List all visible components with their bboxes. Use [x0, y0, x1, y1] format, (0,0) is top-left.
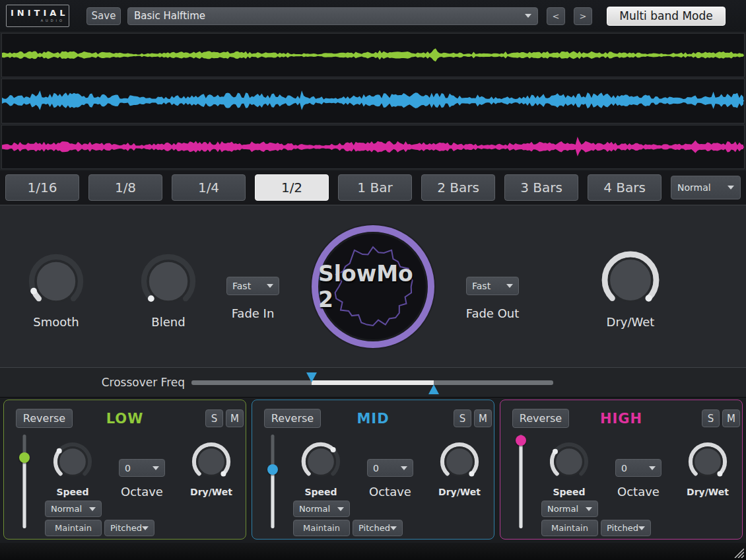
low-dry-wet-label: Dry/Wet — [172, 487, 251, 497]
logo-main-text: INITIAL — [11, 8, 65, 18]
high-speed-label: Speed — [529, 487, 609, 497]
waveform-lane-high — [1, 125, 745, 169]
prev-preset-button[interactable]: < — [547, 7, 565, 25]
high-dry-wet-knob[interactable] — [687, 441, 728, 485]
chevron-down-icon — [267, 284, 273, 288]
high-octave-select[interactable]: 0 — [615, 459, 661, 477]
mid-high-crossover-handle[interactable] — [428, 384, 439, 394]
division-button-1-16[interactable]: 1/16 — [5, 174, 79, 201]
fade-in-value: Fast — [232, 281, 251, 291]
smooth-knob[interactable] — [28, 254, 84, 312]
high-pitch-value: Pitched — [607, 523, 638, 533]
fade-out-label: Fade Out — [453, 306, 532, 320]
low-octave-value: 0 — [125, 463, 131, 473]
high-solo-button[interactable]: S — [702, 409, 720, 427]
low-mode-value: Normal — [51, 504, 82, 514]
high-level-slider[interactable] — [512, 435, 529, 528]
blend-control: Blend — [122, 254, 215, 329]
playback-mode-value: Normal — [677, 182, 711, 193]
chevron-down-icon — [728, 186, 734, 190]
low-mid-crossover-handle[interactable] — [306, 372, 317, 382]
resize-grip-icon[interactable] — [732, 546, 744, 558]
division-button-3-bars[interactable]: 3 Bars — [504, 174, 578, 201]
chevron-down-icon — [390, 526, 397, 530]
slowmo2-plugin-window: INITIAL AUDIO Save Basic Halftime < > Mu… — [0, 0, 746, 560]
smooth-label: Smooth — [10, 315, 102, 329]
high-octave-value: 0 — [621, 463, 627, 473]
fade-out-control: Fast Fade Out — [453, 277, 532, 320]
low-level-slider[interactable] — [16, 435, 33, 528]
mid-speed-knob[interactable] — [300, 441, 341, 485]
low-dry-wet-knob[interactable] — [191, 441, 232, 485]
high-mute-button[interactable]: M — [722, 409, 740, 427]
low-mute-button[interactable]: M — [226, 409, 244, 427]
waveform-lane-low — [1, 33, 745, 77]
chevron-down-icon — [638, 526, 645, 530]
high-maintain-button[interactable]: Maintain — [541, 520, 598, 536]
low-maintain-button[interactable]: Maintain — [45, 520, 102, 536]
waveform-lane-mid — [1, 79, 745, 123]
crossover-freq-label: Crossover Freq — [0, 368, 185, 397]
mid-mode-value: Normal — [299, 504, 330, 514]
mid-octave-select[interactable]: 0 — [367, 459, 413, 477]
band-panel-mid: Reverse MID S M Speed 0 Octave Dry/Wet N… — [252, 400, 494, 540]
dry-wet-knob[interactable] — [601, 251, 660, 312]
high-pitch-select[interactable]: Pitched — [601, 520, 651, 536]
blend-knob[interactable] — [141, 254, 196, 312]
division-button-1-8[interactable]: 1/8 — [88, 174, 162, 201]
fade-out-select[interactable]: Fast — [466, 277, 519, 295]
high-octave-label: Octave — [599, 485, 678, 499]
low-waveform-graphic — [2, 34, 744, 77]
next-preset-button[interactable]: > — [574, 7, 592, 25]
slowmo2-logo-text: SlowMo 2 — [318, 261, 428, 312]
mid-dry-wet-knob[interactable] — [439, 441, 480, 485]
division-button-2-bars[interactable]: 2 Bars — [421, 174, 495, 201]
low-octave-label: Octave — [102, 485, 182, 499]
chevron-down-icon — [586, 507, 592, 511]
high-mode-value: Normal — [547, 504, 578, 514]
chevron-down-icon — [525, 14, 531, 18]
low-solo-button[interactable]: S — [205, 409, 223, 427]
low-pitch-select[interactable]: Pitched — [104, 520, 154, 536]
fade-in-control: Fast Fade In — [213, 277, 292, 320]
high-dry-wet-label: Dry/Wet — [668, 487, 746, 497]
preset-select[interactable]: Basic Halftime — [127, 7, 538, 25]
chevron-down-icon — [506, 284, 513, 288]
low-speed-knob[interactable] — [52, 441, 93, 485]
high-waveform-graphic — [2, 125, 744, 168]
crossover-active-range — [312, 380, 434, 385]
mid-waveform-graphic — [2, 79, 744, 122]
mid-dry-wet-label: Dry/Wet — [420, 487, 499, 497]
top-bar: INITIAL AUDIO Save Basic Halftime < > Mu… — [0, 0, 746, 32]
chevron-down-icon — [153, 466, 159, 470]
mid-level-slider[interactable] — [264, 435, 281, 528]
note-division-row: 1/16 1/8 1/4 1/2 1 Bar 2 Bars 3 Bars 4 B… — [0, 170, 746, 205]
low-mode-select[interactable]: Normal — [45, 501, 102, 517]
fade-in-select[interactable]: Fast — [226, 277, 279, 295]
mid-pitch-select[interactable]: Pitched — [353, 520, 403, 536]
smooth-control: Smooth — [10, 254, 102, 329]
band-panel-high: Reverse HIGH S M Speed 0 Octave Dry/Wet … — [500, 400, 743, 540]
crossover-slider-track[interactable] — [191, 380, 553, 385]
low-octave-select[interactable]: 0 — [119, 459, 165, 477]
division-button-1-2[interactable]: 1/2 — [255, 174, 329, 201]
blend-label: Blend — [122, 315, 215, 329]
high-mode-select[interactable]: Normal — [541, 501, 598, 517]
logo-sub-text: AUDIO — [11, 18, 65, 22]
mid-mute-button[interactable]: M — [474, 409, 492, 427]
high-speed-knob[interactable] — [549, 441, 590, 485]
multi-band-mode-button[interactable]: Multi band Mode — [607, 7, 726, 26]
fade-in-label: Fade In — [213, 306, 292, 320]
mid-octave-value: 0 — [373, 463, 379, 473]
playback-mode-select[interactable]: Normal — [671, 176, 741, 199]
dry-wet-control: Dry/Wet — [584, 251, 677, 329]
save-button[interactable]: Save — [86, 7, 121, 25]
division-button-4-bars[interactable]: 4 Bars — [588, 174, 661, 201]
mid-maintain-button[interactable]: Maintain — [293, 520, 350, 536]
mid-speed-label: Speed — [281, 487, 360, 497]
low-speed-label: Speed — [33, 487, 112, 497]
mid-solo-button[interactable]: S — [454, 409, 471, 427]
division-button-1-bar[interactable]: 1 Bar — [338, 174, 412, 201]
division-button-1-4[interactable]: 1/4 — [172, 174, 246, 201]
mid-mode-select[interactable]: Normal — [293, 501, 350, 517]
